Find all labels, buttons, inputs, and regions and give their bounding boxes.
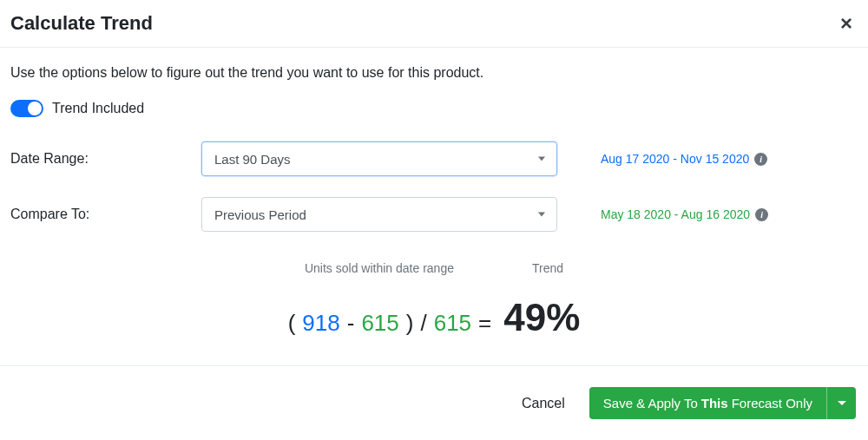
- calc-formula: ( 918 - 615 ) / 615 = 49%: [10, 296, 858, 339]
- minus-sign: -: [347, 310, 355, 337]
- compare-to-label: Compare To:: [10, 207, 201, 222]
- trend-included-label: Trend Included: [52, 101, 144, 116]
- modal-header: Calculate Trend ×: [0, 0, 868, 48]
- save-suffix: Forecast Only: [732, 396, 812, 410]
- divisor-value: 615: [434, 310, 471, 337]
- equals-sign: =: [478, 310, 491, 337]
- previous-units-value: 615: [361, 310, 398, 337]
- current-units-value: 918: [302, 310, 339, 337]
- calc-column-labels: Units sold within date range Trend: [10, 261, 858, 275]
- compare-range-display: May 18 2020 - Aug 16 2020 i: [601, 207, 768, 221]
- units-label: Units sold within date range: [305, 261, 454, 275]
- description-text: Use the options below to figure out the …: [10, 65, 858, 81]
- chevron-down-icon: [538, 213, 545, 217]
- compare-to-value: Previous Period: [214, 207, 306, 222]
- save-dropdown-button[interactable]: [826, 387, 856, 419]
- compare-range-dates: May 18 2020 - Aug 16 2020: [601, 207, 750, 221]
- divide-sign: /: [420, 310, 426, 337]
- trend-percent: 49%: [503, 296, 580, 339]
- trend-included-toggle[interactable]: [10, 100, 43, 117]
- compare-to-row: Compare To: Previous Period May 18 2020 …: [10, 197, 858, 232]
- save-button-group: Save & Apply To This Forecast Only: [589, 387, 856, 419]
- close-icon[interactable]: ×: [835, 13, 858, 34]
- trend-included-row: Trend Included: [10, 100, 858, 117]
- info-icon[interactable]: i: [754, 153, 767, 166]
- modal-title: Calculate Trend: [10, 12, 153, 35]
- trend-label: Trend: [532, 261, 563, 275]
- paren-open: (: [288, 310, 296, 337]
- save-bold: This: [701, 396, 728, 410]
- modal-body: Use the options below to figure out the …: [0, 48, 868, 365]
- modal-footer: Cancel Save & Apply To This Forecast Onl…: [0, 365, 868, 426]
- info-icon[interactable]: i: [755, 208, 768, 221]
- compare-to-select-wrap: Previous Period: [201, 197, 557, 232]
- chevron-down-icon: [838, 401, 846, 405]
- date-range-select-wrap: Last 90 Days: [201, 141, 557, 176]
- date-range-value: Last 90 Days: [214, 152, 291, 167]
- save-apply-button[interactable]: Save & Apply To This Forecast Only: [589, 387, 826, 419]
- chevron-down-icon: [538, 157, 545, 161]
- calculation-area: Units sold within date range Trend ( 918…: [10, 261, 858, 339]
- date-range-display: Aug 17 2020 - Nov 15 2020 i: [601, 152, 767, 166]
- save-prefix: Save & Apply To: [603, 396, 698, 410]
- compare-to-select[interactable]: Previous Period: [201, 197, 557, 232]
- cancel-button[interactable]: Cancel: [522, 396, 565, 411]
- date-range-row: Date Range: Last 90 Days Aug 17 2020 - N…: [10, 141, 858, 176]
- date-range-dates: Aug 17 2020 - Nov 15 2020: [601, 152, 749, 166]
- date-range-select[interactable]: Last 90 Days: [201, 141, 557, 176]
- date-range-label: Date Range:: [10, 151, 201, 167]
- paren-close: ): [406, 310, 414, 337]
